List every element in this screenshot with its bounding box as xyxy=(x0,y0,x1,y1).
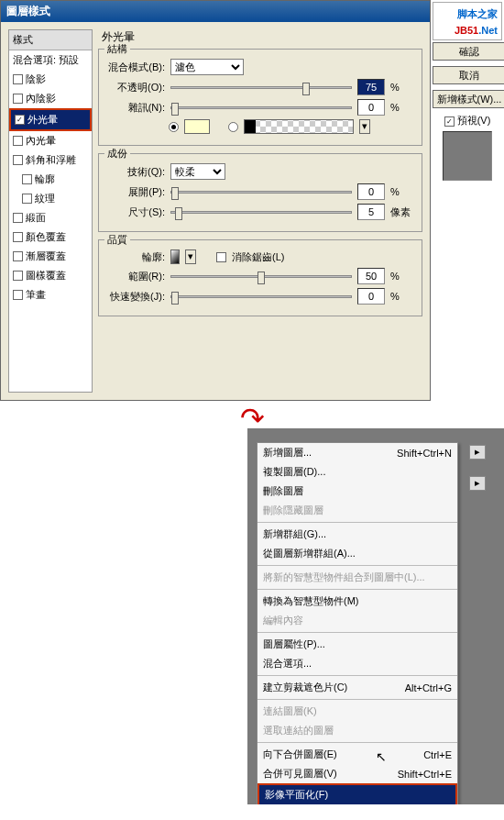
style-item-內光暈[interactable]: 內光暈 xyxy=(9,131,92,150)
antialias-checkbox[interactable] xyxy=(216,252,226,262)
style-checkbox[interactable] xyxy=(22,174,32,184)
spread-slider[interactable] xyxy=(170,191,352,194)
style-label: 筆畫 xyxy=(26,288,46,302)
menu-shortcut: Alt+Ctrl+G xyxy=(405,682,452,693)
menu-label: 刪除圖層 xyxy=(263,484,303,498)
blend-mode-select[interactable]: 濾色 xyxy=(170,59,244,75)
style-label: 顏色覆蓋 xyxy=(26,230,66,244)
style-label: 陰影 xyxy=(26,72,46,86)
jitter-slider[interactable] xyxy=(170,295,352,298)
menu-label: 混合選項... xyxy=(263,657,312,670)
style-label: 外光暈 xyxy=(27,113,58,127)
opacity-input[interactable] xyxy=(357,79,385,95)
gradient-swatch[interactable] xyxy=(244,119,354,134)
style-item-陰影[interactable]: 陰影 xyxy=(9,70,92,89)
style-checkbox[interactable] xyxy=(13,251,23,261)
style-checkbox[interactable] xyxy=(22,194,32,204)
antialias-label: 消除鋸齒(L) xyxy=(232,250,284,264)
style-item-顏色覆蓋[interactable]: 顏色覆蓋 xyxy=(9,227,92,247)
spread-input[interactable] xyxy=(357,183,385,200)
style-checkbox[interactable] xyxy=(15,115,25,125)
range-slider[interactable] xyxy=(170,275,352,278)
menu-item[interactable]: 圖層屬性(P)... xyxy=(257,635,457,654)
spread-unit: % xyxy=(390,186,416,197)
noise-slider[interactable] xyxy=(170,106,352,109)
menu-label: 選取連結的圖層 xyxy=(263,724,334,737)
menu-item[interactable]: 向下合併圖層(E)Ctrl+E xyxy=(257,745,457,764)
technique-select[interactable]: 較柔 xyxy=(170,163,225,180)
menu-item[interactable]: 新增群組(G)... xyxy=(257,525,457,544)
elements-group: 成份 技術(Q): 較柔 展開(P): % 尺寸(S): 像素 xyxy=(98,153,422,232)
style-checkbox[interactable] xyxy=(13,155,23,165)
menu-item[interactable]: 混合選項... xyxy=(257,654,457,673)
range-input[interactable] xyxy=(357,268,385,284)
panel-title: 外光暈 xyxy=(102,29,422,45)
color-radio[interactable] xyxy=(169,122,179,132)
style-label: 輪廓 xyxy=(35,172,55,186)
style-item-斜角和浮雕[interactable]: 斜角和浮雕 xyxy=(9,150,92,170)
contour-dropdown-icon[interactable]: ▾ xyxy=(185,249,196,264)
menu-label: 新增群組(G)... xyxy=(263,527,326,541)
style-item-筆畫[interactable]: 筆畫 xyxy=(9,285,92,305)
color-swatch[interactable] xyxy=(184,119,210,134)
style-item-輪廓[interactable]: 輪廓 xyxy=(9,170,92,189)
structure-legend: 結構 xyxy=(104,42,130,56)
contour-picker[interactable] xyxy=(170,249,180,264)
menu-item[interactable]: 建立剪裁遮色片(C)Alt+Ctrl+G xyxy=(257,678,457,697)
style-checkbox[interactable] xyxy=(13,232,23,242)
style-item-圖樣覆蓋[interactable]: 圖樣覆蓋 xyxy=(9,266,92,285)
menu-label: 影像平面化(F) xyxy=(265,788,328,802)
style-item-漸層覆蓋[interactable]: 漸層覆蓋 xyxy=(9,247,92,266)
spread-label: 展開(P): xyxy=(104,185,165,199)
menu-item[interactable]: 從圖層新增群組(A)... xyxy=(257,544,457,563)
style-checkbox[interactable] xyxy=(13,94,23,104)
gradient-radio[interactable] xyxy=(228,122,238,132)
panel-flyout-icon-2[interactable]: ▸ xyxy=(469,476,486,491)
preview-checkbox[interactable] xyxy=(444,116,455,127)
style-checkbox[interactable] xyxy=(13,74,23,84)
style-item-內陰影[interactable]: 內陰影 xyxy=(9,89,92,108)
preview-label: 預視(V) xyxy=(457,115,491,126)
gradient-dropdown-icon[interactable]: ▾ xyxy=(359,119,370,134)
jitter-input[interactable] xyxy=(357,288,385,305)
style-item-紋理[interactable]: 紋理 xyxy=(9,189,92,208)
range-unit: % xyxy=(390,271,416,282)
style-checkbox[interactable] xyxy=(13,213,23,223)
opacity-label: 不透明(O): xyxy=(104,81,165,94)
menu-item[interactable]: 合併可見圖層(V)Shift+Ctrl+E xyxy=(257,764,457,783)
style-checkbox[interactable] xyxy=(13,271,23,281)
menu-label: 連結圖層(K) xyxy=(263,704,317,718)
menu-shortcut: Shift+Ctrl+N xyxy=(397,448,452,459)
style-label: 紋理 xyxy=(35,192,55,205)
noise-input[interactable] xyxy=(357,99,385,116)
blend-mode-label: 混合模式(B): xyxy=(104,61,165,74)
contour-label: 輪廓: xyxy=(104,250,165,264)
styles-header[interactable]: 樣式 xyxy=(9,30,92,50)
menu-item[interactable]: 影像平面化(F) xyxy=(257,783,457,804)
blend-options-row[interactable]: 混合選項: 預設 xyxy=(9,50,92,70)
opacity-slider[interactable] xyxy=(170,86,352,89)
menu-label: 編輯內容 xyxy=(263,614,303,627)
size-slider[interactable] xyxy=(170,211,352,214)
dialog-title: 圖層樣式 xyxy=(1,1,430,22)
size-input[interactable] xyxy=(357,204,385,220)
style-checkbox[interactable] xyxy=(13,290,23,300)
noise-label: 雜訊(N): xyxy=(104,101,165,115)
menu-item[interactable]: 刪除圖層 xyxy=(257,482,457,501)
menu-label: 刪除隱藏圖層 xyxy=(263,504,323,517)
style-item-緞面[interactable]: 緞面 xyxy=(9,208,92,227)
style-checkbox[interactable] xyxy=(13,136,23,146)
menu-item[interactable]: 複製圖層(D)... xyxy=(257,462,457,482)
ok-button[interactable]: 確認 xyxy=(433,42,504,61)
menu-item[interactable]: 轉換為智慧型物件(M) xyxy=(257,592,457,611)
menu-item: 編輯內容 xyxy=(257,611,457,630)
cancel-button[interactable]: 取消 xyxy=(433,66,504,84)
style-label: 內陰影 xyxy=(26,92,56,105)
watermark: 脚本之家JB51.Net xyxy=(433,2,502,40)
quality-group: 品質 輪廓: ▾ 消除鋸齒(L) 範圍(R): % 快速變換(J): xyxy=(98,239,422,316)
panel-flyout-icon[interactable]: ▸ xyxy=(469,445,486,460)
menu-shortcut: Ctrl+E xyxy=(423,749,452,760)
style-item-外光暈[interactable]: 外光暈 xyxy=(9,108,92,131)
menu-item[interactable]: 新增圖層...Shift+Ctrl+N xyxy=(257,443,457,462)
new-style-button[interactable]: 新增樣式(W)... xyxy=(433,90,504,108)
